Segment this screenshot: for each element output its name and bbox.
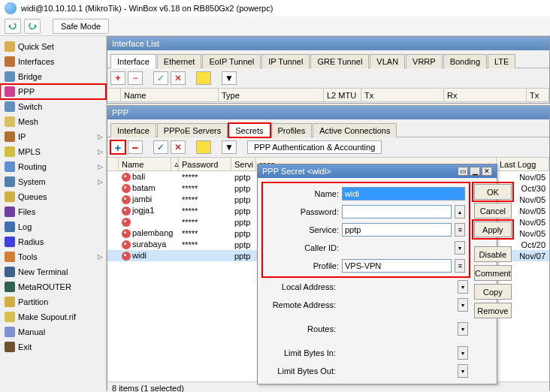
sidebar-item-interfaces[interactable]: Interfaces xyxy=(0,54,106,69)
sidebar-item-mpls[interactable]: MPLS▷ xyxy=(0,144,106,159)
dropdown-icon[interactable]: ∓ xyxy=(455,223,465,237)
detach-icon[interactable]: ▭ xyxy=(458,167,468,176)
add-button[interactable]: + xyxy=(110,140,125,154)
sidebar-item-tools[interactable]: Tools▷ xyxy=(0,249,106,264)
sidebar: Quick SetInterfacesBridgePPPSwitchMeshIP… xyxy=(0,36,107,392)
remove-button[interactable]: − xyxy=(128,71,143,85)
sidebar-item-exit[interactable]: Exit xyxy=(0,339,106,354)
sidebar-item-label: Quick Set xyxy=(18,42,103,51)
ppp-auth-button[interactable]: PPP Authentication & Accounting xyxy=(247,140,382,154)
password-input[interactable] xyxy=(342,205,452,219)
filter-button[interactable]: ▼ xyxy=(222,71,237,85)
sidebar-item-ppp[interactable]: PPP xyxy=(0,84,106,99)
tab-pppoe-servers[interactable]: PPPoE Servers xyxy=(157,123,228,137)
menu-icon xyxy=(5,222,15,232)
comment-button[interactable] xyxy=(196,140,211,154)
user-icon xyxy=(122,184,131,193)
sidebar-item-metarouter[interactable]: MetaROUTER xyxy=(0,279,106,294)
service-combo[interactable]: pptp xyxy=(342,223,452,237)
sidebar-item-label: Switch xyxy=(18,102,103,111)
menu-icon xyxy=(5,101,15,112)
ok-button[interactable]: OK xyxy=(474,184,512,200)
sidebar-item-label: Log xyxy=(18,222,103,231)
dropdown-icon[interactable]: ▾ xyxy=(458,298,468,312)
dialog-title: PPP Secret <widi> ▭ ▁ ✕ xyxy=(258,164,497,178)
interface-tabs: InterfaceEthernetEoIP TunnelIP TunnelGRE… xyxy=(107,50,549,68)
sidebar-item-label: IP xyxy=(18,132,95,141)
sidebar-item-mesh[interactable]: Mesh xyxy=(0,114,106,129)
sidebar-item-files[interactable]: Files xyxy=(0,204,106,219)
dropdown-icon[interactable]: ▾ xyxy=(455,241,465,255)
disable-button[interactable]: ✕ xyxy=(171,140,186,154)
undo-button[interactable] xyxy=(5,19,21,34)
menu-icon xyxy=(5,116,15,127)
disable-button[interactable]: Disable xyxy=(474,246,512,262)
submenu-arrow-icon: ▷ xyxy=(98,178,103,185)
cancel-button[interactable]: Cancel xyxy=(474,203,512,219)
tab-vrrp[interactable]: VRRP xyxy=(406,54,443,68)
minimize-icon[interactable]: ▁ xyxy=(470,167,480,176)
tab-interface[interactable]: Interface xyxy=(110,54,156,68)
sidebar-item-manual[interactable]: Manual xyxy=(0,324,106,339)
sidebar-item-log[interactable]: Log xyxy=(0,219,106,234)
user-icon xyxy=(122,252,131,261)
sidebar-item-bridge[interactable]: Bridge xyxy=(0,69,106,84)
sidebar-item-radius[interactable]: Radius xyxy=(0,234,106,249)
ppp-tabs: InterfacePPPoE ServersSecretsProfilesAct… xyxy=(107,119,549,137)
tab-eoip-tunnel[interactable]: EoIP Tunnel xyxy=(202,54,261,68)
tab-gre-tunnel[interactable]: GRE Tunnel xyxy=(310,54,369,68)
disable-button[interactable]: ✕ xyxy=(171,71,186,85)
sidebar-item-system[interactable]: System▷ xyxy=(0,174,106,189)
menu-icon xyxy=(5,56,15,67)
redo-button[interactable] xyxy=(24,19,41,34)
dropdown-icon[interactable]: ▾ xyxy=(458,364,468,378)
apply-button[interactable]: Apply xyxy=(474,222,512,237)
tab-ethernet[interactable]: Ethernet xyxy=(157,54,202,68)
menu-icon xyxy=(5,146,15,157)
submenu-arrow-icon: ▷ xyxy=(98,163,103,170)
filter-button[interactable]: ▼ xyxy=(222,140,237,154)
user-icon xyxy=(122,207,131,216)
sidebar-item-quick-set[interactable]: Quick Set xyxy=(0,39,106,54)
enable-button[interactable]: ✓ xyxy=(153,71,168,85)
dropdown-icon[interactable]: ∓ xyxy=(455,259,465,273)
enable-button[interactable]: ✓ xyxy=(153,140,168,154)
sidebar-item-make-supout-rif[interactable]: Make Supout.rif xyxy=(0,309,106,324)
main-toolbar: Safe Mode xyxy=(0,17,550,36)
dropdown-icon[interactable]: ▾ xyxy=(458,322,468,336)
content-area: Interface List InterfaceEthernetEoIP Tun… xyxy=(107,36,550,392)
tab-vlan[interactable]: VLAN xyxy=(370,54,405,68)
user-icon xyxy=(122,240,131,249)
dropdown-icon[interactable]: ▾ xyxy=(458,280,468,294)
profile-combo[interactable]: VPS-VPN xyxy=(342,259,452,273)
remove-button[interactable]: Remove xyxy=(474,303,512,318)
sidebar-item-new-terminal[interactable]: New Terminal xyxy=(0,264,106,279)
copy-button[interactable]: Copy xyxy=(474,284,512,300)
tab-ip-tunnel[interactable]: IP Tunnel xyxy=(261,54,310,68)
sidebar-item-label: Routing xyxy=(18,162,95,171)
comment-button[interactable]: Comment xyxy=(474,265,512,281)
tab-interface[interactable]: Interface xyxy=(110,123,156,137)
tab-profiles[interactable]: Profiles xyxy=(271,123,313,137)
close-icon[interactable]: ✕ xyxy=(482,167,492,176)
sidebar-item-switch[interactable]: Switch xyxy=(0,99,106,114)
safe-mode-button[interactable]: Safe Mode xyxy=(53,19,109,34)
dialog-fields: Name: Password:▴ Service:pptp∓ Caller ID… xyxy=(264,184,468,378)
dropdown-icon[interactable]: ▴ xyxy=(455,205,465,219)
name-input[interactable] xyxy=(342,187,465,201)
tab-bonding[interactable]: Bonding xyxy=(443,54,487,68)
add-button[interactable]: + xyxy=(110,71,125,85)
tab-secrets[interactable]: Secrets xyxy=(228,123,270,137)
menu-icon xyxy=(5,237,15,247)
tab-lte[interactable]: LTE xyxy=(488,54,515,68)
comment-button[interactable] xyxy=(196,71,211,85)
sidebar-item-queues[interactable]: Queues xyxy=(0,189,106,204)
sidebar-item-partition[interactable]: Partition xyxy=(0,294,106,309)
tab-active-connections[interactable]: Active Connections xyxy=(313,123,397,137)
user-icon xyxy=(122,229,131,238)
sidebar-item-routing[interactable]: Routing▷ xyxy=(0,159,106,174)
sidebar-item-label: Files xyxy=(18,207,103,216)
remove-button[interactable]: − xyxy=(128,140,143,154)
sidebar-item-ip[interactable]: IP▷ xyxy=(0,129,106,144)
dropdown-icon[interactable]: ▾ xyxy=(458,346,468,360)
